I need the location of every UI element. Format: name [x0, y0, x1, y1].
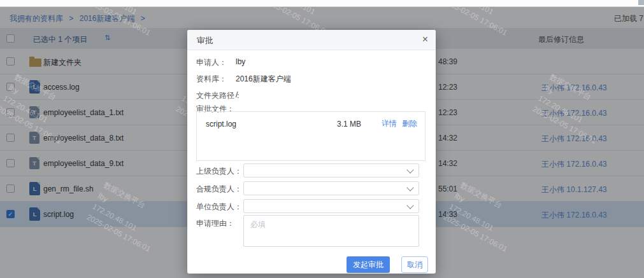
approval-file-list: script.log 3.1 MB 详情 删除	[196, 111, 426, 161]
approval-dialog: 审批 × 申请人： lby 资料库： 2016新建客户端 文件夹路径： / 审批…	[187, 30, 436, 274]
dialog-footer: 发起审批 取消	[347, 256, 428, 273]
chevron-down-icon	[406, 166, 413, 173]
dialog-title: 审批	[197, 35, 213, 46]
approval-file-name: script.log	[206, 120, 337, 129]
superior-manager-select[interactable]	[243, 163, 419, 177]
approval-file-size: 3.1 MB	[337, 120, 361, 129]
folder-path-value: /	[236, 90, 238, 99]
dialog-header: 审批 ×	[187, 30, 436, 50]
library-label: 资料库：	[196, 74, 227, 85]
unit-manager-select[interactable]	[243, 199, 419, 213]
cancel-button[interactable]: 取消	[401, 256, 428, 273]
reason-label: 申请理由：	[196, 218, 234, 229]
scrollbar-fragment[interactable]	[638, 0, 644, 5]
screen: 我拥有的资料库 > 2016新建客户端 > 已加载 7 已选中 1 个项目 ⇅ …	[0, 0, 644, 278]
browser-edge-strip	[0, 0, 644, 7]
file-detail-link[interactable]: 详情	[382, 118, 397, 129]
applicant-label: 申请人：	[196, 57, 227, 68]
superior-manager-label: 上级负责人：	[196, 166, 242, 177]
reason-textarea[interactable]	[243, 215, 419, 247]
compliance-manager-select[interactable]	[243, 181, 419, 195]
library-value: 2016新建客户端	[236, 74, 291, 85]
close-icon[interactable]: ×	[422, 33, 428, 46]
applicant-value: lby	[236, 57, 245, 66]
compliance-manager-label: 合规负责人：	[196, 184, 242, 195]
file-delete-link[interactable]: 删除	[402, 118, 417, 129]
chevron-down-icon	[406, 184, 413, 191]
submit-approval-button[interactable]: 发起审批	[347, 256, 390, 273]
approval-file-item: script.log 3.1 MB 详情 删除	[206, 118, 417, 129]
unit-manager-label: 单位负责人：	[196, 202, 242, 212]
chevron-down-icon	[406, 202, 413, 209]
